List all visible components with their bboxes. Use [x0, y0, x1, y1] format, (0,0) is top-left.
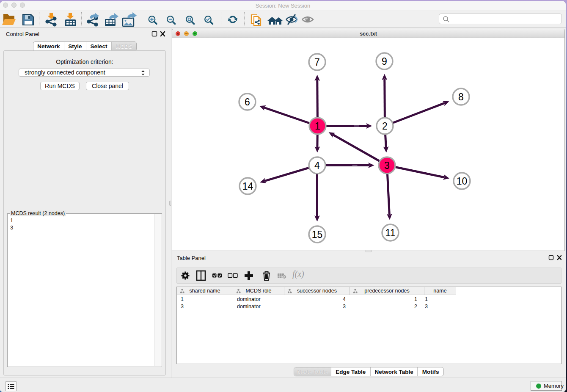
svg-text:7: 7 [314, 57, 320, 68]
svg-text:15: 15 [312, 229, 323, 240]
svg-text:11: 11 [385, 227, 396, 238]
svg-text:4: 4 [314, 160, 320, 171]
svg-text:6: 6 [245, 97, 250, 108]
svg-text:10: 10 [457, 176, 468, 187]
svg-text:1: 1 [315, 121, 320, 132]
svg-text:3: 3 [384, 160, 390, 171]
svg-text:14: 14 [242, 181, 253, 192]
svg-text:9: 9 [382, 56, 387, 67]
svg-text:8: 8 [458, 91, 464, 102]
svg-text:2: 2 [382, 121, 388, 132]
